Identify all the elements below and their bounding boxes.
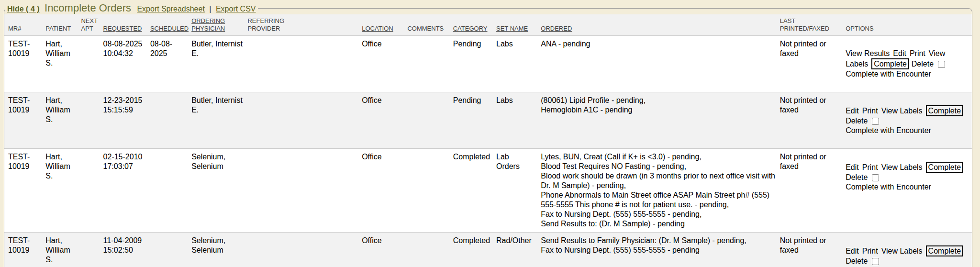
delete-link[interactable]: Delete: [912, 60, 934, 68]
complete-with-encounter-link[interactable]: Complete with Encounter: [846, 126, 969, 135]
cell-patient: Hart, William S.: [45, 149, 81, 233]
col-header-set-name[interactable]: SET NAME: [496, 14, 541, 36]
cell-referring-provider: [247, 36, 362, 92]
cell-mr: TEST-10019: [4, 149, 45, 233]
cell-last-printed: Not printed or faxed: [780, 36, 846, 92]
col-header-ordering-physician[interactable]: ORDERING PHYSICIAN: [191, 14, 247, 36]
order-checkbox[interactable]: [872, 118, 879, 125]
cell-location: Office: [362, 233, 407, 267]
complete-link[interactable]: Complete: [926, 162, 963, 173]
col-header-ordered[interactable]: ORDERED: [541, 14, 780, 36]
col-header-referring-provider: REFERRING PROVIDER: [247, 14, 362, 36]
view-labels-link[interactable]: View Labels: [881, 107, 923, 115]
edit-link[interactable]: Edit: [846, 107, 859, 115]
cell-location: Office: [362, 149, 407, 233]
print-link[interactable]: Print: [862, 247, 878, 255]
cell-comments: [407, 36, 453, 92]
table-row: TEST-10019 Hart, William S. 08-08-2025 1…: [4, 36, 972, 92]
print-link[interactable]: Print: [910, 49, 925, 57]
cell-next-apt: [81, 149, 103, 233]
cell-next-apt: [81, 92, 103, 149]
cell-patient: Hart, William S.: [45, 233, 81, 267]
cell-comments: [407, 149, 453, 233]
cell-comments: [407, 92, 453, 149]
view-labels-link[interactable]: View Labels: [881, 163, 923, 171]
print-link[interactable]: Print: [862, 107, 878, 115]
page-title: Incomplete Orders: [45, 2, 131, 14]
cell-ordering-physician: Selenium, Selenium: [191, 233, 247, 267]
order-checkbox[interactable]: [872, 174, 879, 181]
cell-referring-provider: [247, 92, 362, 149]
col-header-requested[interactable]: REQUESTED: [103, 14, 150, 36]
cell-location: Office: [362, 92, 407, 149]
export-csv-link[interactable]: Export CSV: [216, 5, 256, 13]
orders-table: MR# PATIENT NEXT APT REQUESTED SCHEDULED…: [4, 14, 972, 267]
delete-link[interactable]: Delete: [846, 173, 868, 181]
col-header-comments: COMMENTS: [407, 14, 453, 36]
cell-set-name: Labs: [496, 36, 541, 92]
table-header-row: MR# PATIENT NEXT APT REQUESTED SCHEDULED…: [4, 14, 972, 36]
cell-mr: TEST-10019: [4, 92, 45, 149]
col-header-scheduled[interactable]: SCHEDULED: [150, 14, 191, 36]
cell-location: Office: [362, 36, 407, 92]
cell-requested: 11-04-2009 15:02:50: [103, 233, 150, 267]
legend-separator: |: [209, 5, 211, 13]
cell-ordered: Lytes, BUN, Creat (Call if K+ is <3.0) -…: [541, 149, 780, 233]
cell-ordered: (80061) Lipid Profile - pending, Hemoglo…: [541, 92, 780, 149]
cell-set-name: Lab Orders: [496, 149, 541, 233]
cell-patient: Hart, William S.: [45, 36, 81, 92]
complete-link[interactable]: Complete: [871, 58, 909, 69]
cell-options: EditPrintView LabelsCompleteDelete Compl…: [846, 149, 972, 233]
cell-scheduled: [150, 92, 191, 149]
complete-with-encounter-link[interactable]: Complete with Encounter: [846, 69, 969, 79]
table-row: TEST-10019 Hart, William S. 11-04-2009 1…: [4, 233, 972, 267]
export-spreadsheet-link[interactable]: Export Spreadsheet: [137, 5, 204, 13]
order-checkbox[interactable]: [872, 258, 879, 265]
order-checkbox[interactable]: [938, 61, 945, 68]
cell-options: View ResultsEditPrintView LabelsComplete…: [846, 36, 972, 92]
cell-scheduled: [150, 233, 191, 267]
print-link[interactable]: Print: [862, 163, 878, 171]
cell-set-name: Rad/Other: [496, 233, 541, 267]
cell-requested: 12-23-2015 15:15:59: [103, 92, 150, 149]
cell-referring-provider: [247, 149, 362, 233]
table-row: TEST-10019 Hart, William S. 12-23-2015 1…: [4, 92, 972, 149]
delete-link[interactable]: Delete: [846, 257, 868, 265]
col-header-mr: MR#: [4, 14, 45, 36]
cell-scheduled: [150, 149, 191, 233]
cell-last-printed: Not printed or faxed: [780, 92, 846, 149]
col-header-category[interactable]: CATEGORY: [453, 14, 496, 36]
delete-link[interactable]: Delete: [846, 117, 868, 125]
cell-ordering-physician: Selenium, Selenium: [191, 149, 247, 233]
incomplete-orders-panel: Hide ( 4 ) Incomplete Orders Export Spre…: [4, 2, 972, 267]
cell-requested: 08-08-2025 10:04:32: [103, 36, 150, 92]
cell-category: Pending: [453, 92, 496, 149]
cell-set-name: Labs: [496, 92, 541, 149]
cell-requested: 02-15-2010 17:03:07: [103, 149, 150, 233]
edit-link[interactable]: Edit: [893, 49, 906, 57]
cell-ordered: ANA - pending: [541, 36, 780, 92]
complete-link[interactable]: Complete: [926, 105, 963, 116]
hide-link[interactable]: Hide ( 4 ): [7, 5, 40, 13]
cell-options: EditPrintView LabelsCompleteDelete Compl…: [846, 92, 972, 149]
view-labels-link[interactable]: View Labels: [881, 247, 923, 255]
col-header-options: OPTIONS: [846, 14, 972, 36]
cell-ordered: Send Results to Family Physician: (Dr. M…: [541, 233, 780, 267]
complete-with-encounter-link[interactable]: Complete with Encounter: [846, 182, 969, 192]
cell-referring-provider: [247, 233, 362, 267]
cell-last-printed: Not printed or faxed: [780, 149, 846, 233]
cell-mr: TEST-10019: [4, 36, 45, 92]
view-results-link[interactable]: View Results: [846, 49, 890, 57]
col-header-location[interactable]: LOCATION: [362, 14, 407, 36]
col-header-patient: PATIENT: [45, 14, 81, 36]
cell-next-apt: [81, 36, 103, 92]
col-header-last-printed: LAST PRINTED/FAXED: [780, 14, 846, 36]
edit-link[interactable]: Edit: [846, 163, 859, 171]
cell-mr: TEST-10019: [4, 233, 45, 267]
complete-link[interactable]: Complete: [926, 245, 963, 256]
cell-options: EditPrintView LabelsCompleteDelete Compl…: [846, 233, 972, 267]
cell-patient: Hart, William S.: [45, 92, 81, 149]
table-row: TEST-10019 Hart, William S. 02-15-2010 1…: [4, 149, 972, 233]
cell-ordering-physician: Butler, Internist E.: [191, 36, 247, 92]
edit-link[interactable]: Edit: [846, 247, 859, 255]
